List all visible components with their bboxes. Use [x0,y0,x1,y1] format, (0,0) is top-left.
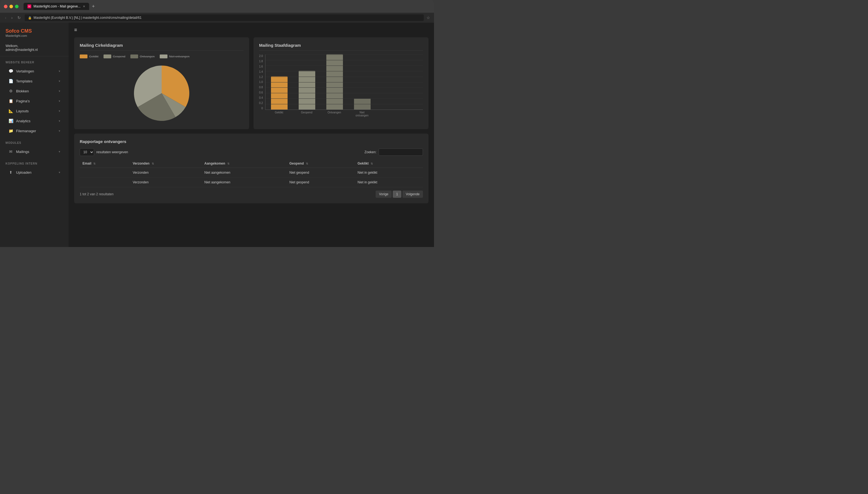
sort-icon-verzonden[interactable]: ⇅ [152,162,154,165]
table-controls: 10 25 50 resultaten weergeven Zoeken: [80,148,423,156]
legend-color-geklikt [80,55,88,58]
table-row: Verzonden Niet aangekomen Niet geopend N… [80,168,423,177]
bar-group-niet-ontvangen [354,98,371,110]
sidebar-item-blokken[interactable]: ⚙ Blokken ▾ [5,86,63,96]
legend-color-ontvangen [130,55,138,58]
sidebar-item-templates[interactable]: 📄 Templates ▾ [5,76,63,86]
welcome-label: Welkom, [5,44,63,48]
sort-icon-aangekomen[interactable]: ⇅ [227,162,229,165]
legend-label-geopend: Geopend [113,55,125,58]
results-label: resultaten weergeven [96,150,128,154]
sort-icon-email[interactable]: ⇅ [93,162,95,165]
legend-ontvangen: Ontvangen [130,55,155,58]
search-area: Zoeken: [365,149,423,156]
y-label-02: 0.2 [259,101,263,104]
charts-row: Mailing Cirkeldiagram Geklikt Geopend [74,37,428,129]
chevron-down-icon-uploaden: ▾ [59,171,60,174]
traffic-light-yellow[interactable] [10,5,13,8]
page-1-button[interactable]: 1 [393,191,401,198]
next-page-button[interactable]: Volgende [403,191,423,198]
sidebar-item-filemanager[interactable]: 📁 Filemanager ▾ [5,126,63,136]
address-bar[interactable]: Masterlight (Eurolight B.V.) [NL] | mast… [34,16,142,20]
website-beheer-section: WEBSITE BEHEER 💬 Vertalingen ▾ 📄 Templat… [0,56,69,137]
pie-chart-title: Mailing Cirkeldiagram [80,43,244,51]
col-header-geopend: Geopend ⇅ [287,159,355,168]
lock-icon: 🔒 [28,16,32,20]
hamburger-menu-button[interactable]: ≡ [74,27,77,33]
tab-close-button[interactable]: ✕ [83,5,85,8]
sidebar-item-vertalingen[interactable]: 💬 Vertalingen ▾ [5,66,63,76]
chevron-down-icon: ▾ [59,70,60,73]
layout-icon: 📐 [8,109,13,113]
legend-color-geopend [104,55,111,58]
sidebar-item-mailings[interactable]: ✉ Mailings ▾ [5,147,63,156]
col-header-aangekomen: Aangekomen ⇅ [202,159,287,168]
cell-verzonden-2: Verzonden [130,177,202,187]
pie-chart-card: Mailing Cirkeldiagram Geklikt Geopend [74,37,249,129]
legend-niet-ontvangen: Niet ontvangen [160,55,190,58]
cell-geklikt-2: Niet in geklikt [355,177,423,187]
bar-geklikt [271,76,288,110]
bar-geopend [299,71,315,110]
table-body: Verzonden Niet aangekomen Niet geopend N… [80,168,423,187]
y-label-04: 0.4 [259,96,263,99]
brand-subtitle: Masterlight.com [5,34,63,37]
sidebar: Sofco CMS Masterlight.com Welkom, admin@… [0,23,69,247]
sidebar-item-mailings-label: Mailings [16,150,56,154]
y-label-00: 0 [261,107,263,110]
search-label: Zoeken: [365,150,376,154]
prev-page-button[interactable]: Vorige [375,191,392,198]
y-label-20: 2.0 [259,55,263,58]
forward-button[interactable]: › [10,15,14,20]
section-title-modules: MODULES [5,141,63,145]
file-icon: 📄 [8,79,13,83]
active-tab[interactable]: M Masterlight.com - Mail gegeve... ✕ [23,3,89,10]
col-header-geklikt: Geklikt ⇅ [355,159,423,168]
tab-title: Masterlight.com - Mail gegeve... [34,4,80,8]
sort-icon-geopend[interactable]: ⇅ [306,162,308,165]
col-header-verzonden: Verzonden ⇅ [130,159,202,168]
search-input[interactable] [378,149,423,156]
cell-aangekomen-1: Niet aangekomen [202,168,287,177]
x-label-geopend: Geopend [298,111,315,117]
col-header-email: Email ⇅ [80,159,130,168]
y-label-06: 0.6 [259,91,263,94]
chevron-down-icon-templates: ▾ [59,79,60,83]
x-label-geklikt: Geklikt [271,111,287,117]
sidebar-item-layouts-label: Layouts [16,109,56,113]
y-label-16: 1.6 [259,65,263,68]
legend-label-niet-ontvangen: Niet ontvangen [169,55,190,58]
sidebar-item-analytics-label: Analytics [16,119,56,123]
x-label-niet-ontvangen: Niet ontvangen [354,111,370,117]
section-title-website-beheer: WEBSITE BEHEER [5,61,63,64]
traffic-light-green[interactable] [15,5,19,8]
brand-area: Sofco CMS Masterlight.com [0,28,69,42]
cell-verzonden-1: Verzonden [130,168,202,177]
bar-chart-card: Mailing Staafdiagram 2.0 1.8 1.6 1.4 1.2… [254,37,428,129]
table-footer: 1 tot 2 van 2 resultaten Vorige 1 Volgen… [80,191,423,198]
bookmark-icon[interactable]: ☆ [426,16,430,20]
modules-section: MODULES ✉ Mailings ▾ [0,137,69,158]
sidebar-item-layouts[interactable]: 📐 Layouts ▾ [5,106,63,116]
sidebar-item-analytics[interactable]: 📊 Analytics ▾ [5,116,63,126]
page-icon: 📋 [8,98,13,103]
sidebar-item-uploaden[interactable]: ⬆ Uploaden ▾ [5,167,63,177]
sidebar-item-vertalingen-label: Vertalingen [16,69,56,73]
legend-label-ontvangen: Ontvangen [140,55,155,58]
legend-label-geklikt: Geklikt [89,55,98,58]
mail-icon: ✉ [8,149,13,154]
section-title-koppeling: KOPPELING INTERN [5,162,63,165]
y-label-14: 1.4 [259,70,263,73]
new-tab-button[interactable]: + [90,4,97,10]
reload-button[interactable]: ↻ [16,15,22,20]
sort-icon-geklikt[interactable]: ⇅ [371,162,373,165]
sidebar-item-paginas[interactable]: 📋 Pagina's ▾ [5,96,63,106]
back-button[interactable]: ‹ [4,15,7,20]
bar-niet-ontvangen [354,98,371,110]
sidebar-item-blokken-label: Blokken [16,89,56,93]
welcome-area: Welkom, admin@masterlight.nl [0,42,69,56]
legend-geklikt: Geklikt [80,55,98,58]
results-per-page-select[interactable]: 10 25 50 [80,148,94,156]
traffic-light-red[interactable] [4,5,7,8]
sidebar-item-templates-label: Templates [16,79,56,83]
